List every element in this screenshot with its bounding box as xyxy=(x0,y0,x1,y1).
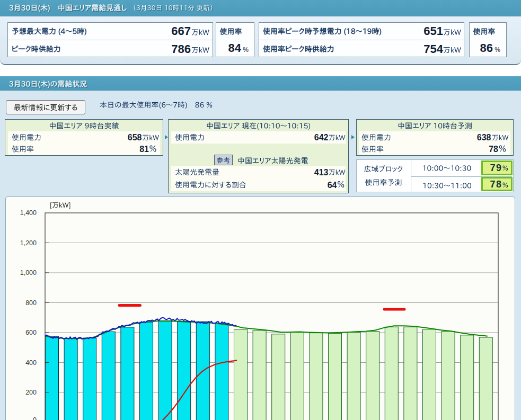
svg-text:1,000: 1,000 xyxy=(20,269,37,276)
svg-text:1,200: 1,200 xyxy=(20,239,37,247)
svg-text:1,400: 1,400 xyxy=(20,209,37,217)
svg-text:800: 800 xyxy=(25,299,37,307)
svg-text:200: 200 xyxy=(25,389,37,396)
svg-text:600: 600 xyxy=(25,329,37,336)
svg-text:0: 0 xyxy=(33,416,37,420)
svg-text:400: 400 xyxy=(25,359,37,367)
